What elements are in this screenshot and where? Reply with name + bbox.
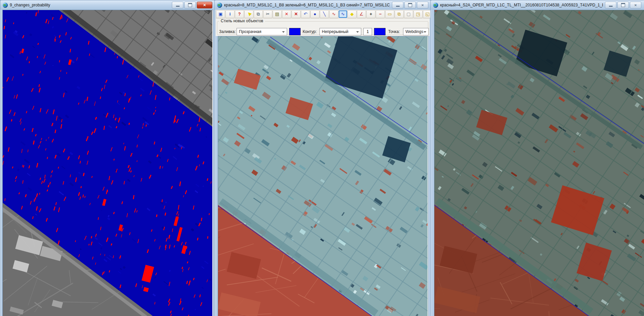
undo-icon: ↶ — [304, 12, 307, 16]
new-object-style-panel: Стиль новых объектов Заливка: Прозрачная… — [216, 19, 430, 36]
point-font-combobox[interactable]: Webdings — [403, 28, 429, 35]
draw-polyline-icon: ∿ — [332, 12, 336, 16]
select-icon: ▶ — [246, 11, 251, 17]
draw-point-icon: ● — [314, 12, 316, 16]
titlebar-right[interactable]: красный=4_S2A_OPER_MTD_L1C_TL_MTI__20160… — [431, 0, 644, 10]
identify-button[interactable]: ? — [235, 10, 244, 18]
draw-point-button[interactable]: ● — [310, 10, 319, 18]
outline-width-input[interactable] — [363, 28, 372, 35]
move-node-icon: ◆ — [350, 12, 354, 16]
map-document-icon — [217, 3, 222, 8]
restore-button[interactable] — [617, 2, 629, 8]
point-font-value: Webdings — [405, 29, 423, 34]
delete-node-icon: ✕ — [285, 12, 288, 16]
restore-button[interactable] — [404, 2, 416, 8]
outline-label: Контур: — [303, 29, 317, 34]
info-icon: i — [229, 12, 231, 16]
outline-color-swatch[interactable] — [374, 28, 386, 35]
map-document-icon — [3, 3, 8, 8]
minimize-button[interactable] — [392, 2, 403, 8]
copy-icon: ⧉ — [257, 12, 260, 16]
copy-button[interactable]: ⧉ — [254, 10, 263, 18]
close-icon: ✕ — [203, 3, 206, 7]
close-button[interactable]: ✕ — [417, 2, 428, 8]
minimize-icon — [396, 6, 400, 7]
cut-icon: ✂ — [266, 12, 270, 16]
close-button[interactable]: ✕ — [197, 2, 212, 8]
duplicate-object-icon: ⧉ — [398, 12, 401, 16]
outline-value: Непрерывный — [322, 29, 348, 34]
move-node-button[interactable]: ◆ — [347, 10, 357, 18]
map-document-icon — [433, 3, 438, 8]
paste-icon: ▤ — [275, 12, 279, 16]
minimize-icon — [176, 6, 180, 7]
remove-node-button[interactable]: − — [376, 10, 385, 18]
node-rectangle-icon: ▭ — [388, 12, 392, 16]
restore-button[interactable] — [184, 2, 196, 8]
titlebar-left[interactable]: 9_changes_probability ✕ — [0, 0, 215, 10]
minimize-button[interactable] — [172, 2, 183, 8]
delete-icon: ✕ — [294, 12, 298, 16]
titlebar-middle[interactable]: красный=8_MTD_MSIL1C_1_B8 зеленый=6_MTD_… — [215, 0, 431, 10]
restore-icon — [621, 3, 625, 7]
window-title: 9_changes_probability — [10, 3, 50, 7]
delete-button[interactable]: ✕ — [292, 10, 301, 18]
window-s2a-composite: красный=4_S2A_OPER_MTD_L1C_TL_MTI__20160… — [430, 0, 644, 316]
outline-combobox[interactable]: Непрерывный — [319, 28, 361, 35]
insert-angle-button[interactable]: ∠ — [357, 10, 366, 18]
close-icon: ✕ — [634, 3, 637, 7]
fill-color-swatch[interactable] — [289, 28, 301, 35]
delete-node-button[interactable]: ✕ — [282, 10, 291, 18]
paste-button[interactable]: ▤ — [273, 10, 282, 18]
window-change-probability: 9_changes_probability ✕ — [0, 0, 215, 316]
close-button[interactable]: ✕ — [630, 2, 641, 8]
map-canvas-composite-2015[interactable] — [218, 36, 428, 316]
window-msil1c-composite: красный=8_MTD_MSIL1C_1_B8 зеленый=6_MTD_… — [214, 0, 431, 316]
edit-nodes-button[interactable]: ∿ — [339, 10, 347, 18]
node-rectangle-button[interactable]: ▭ — [385, 10, 394, 18]
cut-button[interactable]: ✂ — [263, 10, 272, 18]
point-label: Точка: — [388, 29, 400, 34]
info-button[interactable]: i — [225, 10, 235, 18]
fill-label: Заливка: — [219, 29, 236, 34]
map-canvas-s2a-2016[interactable] — [434, 10, 644, 316]
add-node-button[interactable]: + — [366, 10, 375, 18]
select-button[interactable]: ▶ — [244, 10, 253, 18]
select-rectangle-icon: ▢ — [406, 12, 410, 16]
insert-angle-icon: ∠ — [360, 12, 364, 16]
close-icon: ✕ — [421, 3, 424, 7]
draw-polyline-button[interactable]: ∿ — [329, 10, 338, 18]
paste-into-rectangle-button[interactable]: ◳ — [413, 10, 423, 18]
map-canvas-change-probability[interactable] — [3, 10, 212, 316]
duplicate-object-button[interactable]: ⧉ — [395, 10, 404, 18]
merge-objects-icon: ◱ — [425, 12, 429, 16]
editing-toolbar: ▣i?▶⧉✂▤✕✕↶●╲∿∿◆∠+−▭⧉▢◳◱ — [216, 10, 430, 19]
minimize-icon — [609, 6, 613, 7]
restore-icon — [188, 3, 192, 7]
save-icon: ▣ — [218, 12, 222, 16]
fill-combobox[interactable]: Прозрачная — [237, 28, 287, 35]
restore-icon — [408, 3, 412, 7]
add-node-icon: + — [370, 12, 372, 16]
draw-line-icon: ╲ — [323, 12, 326, 16]
paste-into-rectangle-icon: ◳ — [416, 12, 420, 16]
window-title: красный=4_S2A_OPER_MTD_L1C_TL_MTI__20160… — [440, 3, 603, 7]
draw-line-button[interactable]: ╲ — [320, 10, 329, 18]
select-rectangle-button[interactable]: ▢ — [404, 10, 413, 18]
save-button[interactable]: ▣ — [216, 10, 225, 18]
undo-button[interactable]: ↶ — [301, 10, 310, 18]
fill-value: Прозрачная — [239, 29, 261, 34]
identify-icon: ? — [238, 12, 241, 16]
remove-node-icon: − — [379, 12, 382, 16]
window-title: красный=8_MTD_MSIL1C_1_B8 зеленый=6_MTD_… — [224, 3, 390, 7]
minimize-button[interactable] — [605, 2, 616, 8]
edit-nodes-icon: ∿ — [341, 12, 345, 16]
style-group-title: Стиль новых объектов — [219, 19, 265, 23]
